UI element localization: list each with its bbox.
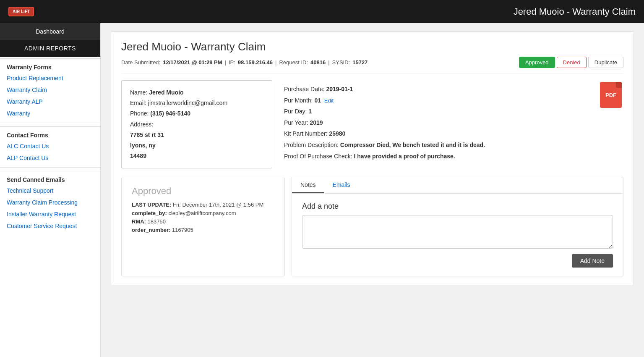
nav-title: Jered Muoio - Warranty Claim [514,6,636,17]
contact-phone: Phone: (315) 946-5140 [130,108,263,119]
sidebar-item-alc-contact[interactable]: ALC Contact Us [0,140,100,152]
contact-address-line2: lyons, ny [130,142,156,149]
page-title: Jered Muoio - Warranty Claim [121,40,623,53]
pdf-icon-shape: PDF [600,82,622,108]
sidebar-item-technical-support[interactable]: Technical Support [0,185,100,197]
notes-body: Add a note Add Note [292,194,623,276]
sidebar-item-warranty-claim-processing[interactable]: Warranty Claim Processing [0,197,100,208]
meta-info: Date Submitted: 12/17/2021 @ 01:29 PM | … [121,59,368,66]
contact-panel: Name: Jered Muoio Email: jimstrailerworl… [121,80,272,168]
rma: RMA: 183750 [132,218,274,225]
ip-value: 98.159.216.46 [238,59,273,66]
info-row: Name: Jered Muoio Email: jimstrailerworl… [121,80,623,168]
sidebar-item-customer-service[interactable]: Customer Service Request [0,220,100,232]
duplicate-button[interactable]: Duplicate [588,57,623,68]
contact-name: Name: Jered Muoio [130,87,263,98]
status-panel: Approved LAST UPDATE: Fri. December 17th… [121,177,285,276]
approved-button[interactable]: Approved [519,57,555,68]
notes-panel: Notes Emails Add a note Add Note [292,177,623,276]
request-label: Request ID: [279,59,308,66]
contact-email: Email: jimstrailerworldinc@gmail.com [130,98,263,108]
sidebar-item-alp-contact[interactable]: ALP Contact Us [0,152,100,164]
sysid-value: 15727 [352,59,368,66]
complete-by: complete_by: clepley@airliftcompany.com [132,210,274,216]
contact-address-line3: 14489 [130,152,146,159]
tab-emails[interactable]: Emails [324,177,359,193]
sysid-label: SYSID: [332,59,350,66]
add-note-button[interactable]: Add Note [572,254,613,268]
notes-tabs: Notes Emails [292,177,623,194]
bottom-row: Approved LAST UPDATE: Fri. December 17th… [121,177,623,276]
kit-part: Kit Part Number: 25980 [284,128,587,139]
logo: AIR LIFT [8,7,34,16]
canned-emails-heading: Send Canned Emails [0,171,100,185]
problem-description: Problem Description: Compressor Died, We… [284,139,587,151]
status-buttons: Approved Denied Duplicate [519,57,623,68]
pur-month: Pur Month: 01 Edit [284,95,587,106]
order-number: order_number: 1167905 [132,227,274,233]
tab-notes[interactable]: Notes [292,177,324,193]
purchase-date: Purchase Date: 2019-01-1 [284,84,587,95]
logo-badge: AIR LIFT [8,7,34,16]
denied-button[interactable]: Denied [557,57,587,68]
proof-of-purchase: Proof Of Purchase Check: I have provided… [284,151,587,162]
pdf-attachment[interactable]: PDF [598,80,623,110]
admin-reports-button[interactable]: ADMIN REPORTS [0,40,100,57]
contact-address-line1: 7785 st rt 31 [130,131,164,138]
pur-day: Pur Day: 1 [284,106,587,117]
last-update: LAST UPDATE: Fri. December 17th, 2021 @ … [132,202,274,208]
sidebar-item-product-replacement[interactable]: Product Replacement [0,72,100,84]
pur-year: Pur Year: 2019 [284,117,587,129]
sidebar: Dashboard ADMIN REPORTS Warranty Forms P… [0,23,101,357]
sidebar-item-warranty-alp[interactable]: Warranty ALP [0,96,100,108]
meta-bar: Date Submitted: 12/17/2021 @ 01:29 PM | … [121,57,623,74]
contact-forms-heading: Contact Forms [0,126,100,140]
add-note-title: Add a note [302,202,613,211]
page-card: Jered Muoio - Warranty Claim Date Submit… [111,32,634,285]
layout: Dashboard ADMIN REPORTS Warranty Forms P… [0,23,644,357]
contact-address-label: Address: [130,119,263,130]
sidebar-item-warranty[interactable]: Warranty [0,108,100,119]
warranty-forms-heading: Warranty Forms [0,58,100,72]
request-value: 40816 [310,59,326,66]
sidebar-item-warranty-claim[interactable]: Warranty Claim [0,84,100,96]
note-textarea[interactable] [302,215,613,249]
date-value: 12/17/2021 @ 01:29 PM [163,59,222,66]
dashboard-button[interactable]: Dashboard [0,23,100,40]
edit-link[interactable]: Edit [324,97,334,104]
sidebar-item-installer-warranty[interactable]: Installer Warranty Request [0,208,100,220]
pdf-label: PDF [605,92,616,98]
ip-label: IP: [229,59,235,66]
details-panel: Purchase Date: 2019-01-1 Pur Month: 01 E… [279,80,592,168]
top-nav: AIR LIFT Jered Muoio - Warranty Claim [0,0,644,23]
status-title: Approved [132,186,274,197]
main-content: Jered Muoio - Warranty Claim Date Submit… [101,23,644,357]
date-label: Date Submitted: [121,59,160,66]
